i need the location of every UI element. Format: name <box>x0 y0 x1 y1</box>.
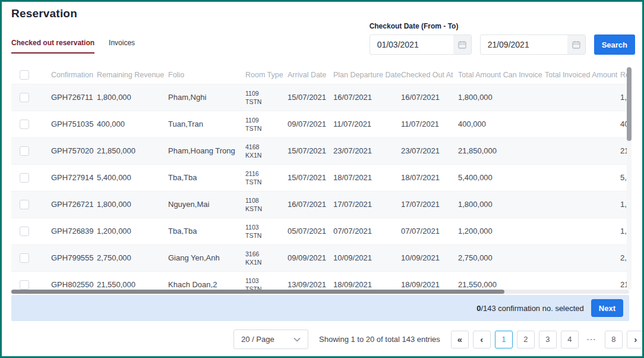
cell-total-amount-can-invoice: 1,800,000 <box>458 84 545 111</box>
cell-room-type: 1109TSTN <box>245 84 288 111</box>
pagination-footer: 20 / Page Showing 1 to 20 of total 143 e… <box>233 329 644 349</box>
cell-plan-departure-date: 18/07/2021 <box>333 164 401 191</box>
page-nav-button[interactable]: ‹ <box>473 331 491 348</box>
cell-total-amount-can-invoice: 400,000 <box>458 111 545 137</box>
table-row: GPH7268391,200,000Tba,Tba1103TSTN05/07/2… <box>11 218 627 244</box>
table-row: GPH80255021,550,000Khach Doan,21103TSTN1… <box>11 271 627 291</box>
cell-room-type: 1108KSTN <box>245 191 288 218</box>
cell-checked-out-at: 07/07/2021 <box>401 218 458 244</box>
vertical-scrollbar-thumb[interactable] <box>627 67 632 141</box>
entries-summary: Showing 1 to 20 of total 143 entries <box>319 335 440 344</box>
cell-confirmation: GPH726711 <box>51 84 97 111</box>
cell-folio: Tba,Tba <box>168 218 245 244</box>
cell-total-amount-can-invoice: 21,850,000 <box>458 137 545 164</box>
column-header: Folio <box>168 66 245 84</box>
row-checkbox[interactable] <box>20 146 29 156</box>
cell-checked-out-at: 18/09/2021 <box>401 271 458 291</box>
row-checkbox[interactable] <box>20 120 29 129</box>
cell-room-type: 1103TSTN <box>245 218 288 244</box>
calendar-icon[interactable] <box>453 35 471 54</box>
cell-checked-out-at: 16/07/2021 <box>401 84 458 111</box>
calendar-icon[interactable] <box>567 35 585 54</box>
pagination-buttons: «‹1234···8›» <box>451 331 644 348</box>
cell-remaining-revenue: 5,400,000 <box>97 164 168 191</box>
cell-confirmation: GPH726839 <box>51 218 97 244</box>
selection-count-text: 0/143 confirmation no. selected <box>476 304 584 313</box>
column-header: Total Invoiced Amount <box>545 66 620 84</box>
select-all-checkbox[interactable] <box>20 70 29 80</box>
page-button-8[interactable]: 8 <box>605 331 623 348</box>
cell-remaining-revenue: 21,850,000 <box>97 137 168 164</box>
cell-clipped-last: 2,7 <box>620 244 627 271</box>
column-header: Room Type <box>245 66 288 84</box>
page-title: Reservation <box>11 7 77 20</box>
room-number: 1109 <box>245 116 288 124</box>
page-nav-button[interactable]: › <box>627 331 644 348</box>
cell-folio: Khach Doan,2 <box>168 271 245 291</box>
cell-arrival-date: 09/09/2021 <box>288 244 333 271</box>
row-checkbox[interactable] <box>20 253 29 263</box>
row-select-cell <box>11 271 51 291</box>
cell-total-invoiced-amount <box>545 111 620 137</box>
cell-checked-out-at: 11/07/2021 <box>401 111 458 137</box>
date-to-input[interactable] <box>481 35 567 54</box>
row-select-cell <box>11 84 51 111</box>
cell-total-invoiced-amount <box>545 164 620 191</box>
vertical-scrollbar[interactable] <box>627 67 632 290</box>
page-size-select[interactable]: 20 / Page <box>233 329 308 349</box>
reservations-table-container: ConfirmationRemaining RevenueFolioRoom T… <box>11 66 627 291</box>
cell-confirmation: GPH802550 <box>51 271 97 291</box>
cell-room-type: 2116TSTN <box>245 164 288 191</box>
cell-total-invoiced-amount <box>545 84 620 111</box>
row-checkbox[interactable] <box>20 227 29 236</box>
date-from-input[interactable] <box>370 35 453 54</box>
row-select-cell <box>11 218 51 244</box>
date-from-field[interactable] <box>370 34 472 55</box>
cell-plan-departure-date: 10/09/2021 <box>333 244 401 271</box>
cell-total-amount-can-invoice: 1,800,000 <box>458 191 545 218</box>
reservation-window: Reservation Checked out reservation Invo… <box>0 0 644 358</box>
table-body: GPH7267111,800,000Pham,Nghi1109TSTN15/07… <box>11 84 627 291</box>
tab-invoices[interactable]: Invoices <box>109 39 135 54</box>
page-button-1[interactable]: 1 <box>495 331 513 348</box>
row-checkbox[interactable] <box>20 200 29 209</box>
cell-remaining-revenue: 1,200,000 <box>97 218 168 244</box>
search-button[interactable]: Search <box>594 34 635 55</box>
cell-folio: Tba,Tba <box>168 164 245 191</box>
chevron-down-icon <box>293 335 301 344</box>
row-checkbox[interactable] <box>20 173 29 183</box>
select-all-header <box>11 66 51 84</box>
horizontal-scrollbar[interactable] <box>11 290 629 294</box>
next-button[interactable]: Next <box>591 299 623 317</box>
cell-confirmation: GPH726721 <box>51 191 97 218</box>
page-nav-button[interactable]: « <box>451 331 469 348</box>
page-button-4[interactable]: 4 <box>561 331 579 348</box>
room-type-code: TSTN <box>245 231 288 240</box>
selection-suffix: /143 confirmation no. selected <box>481 304 583 313</box>
checkout-date-filter: Checkout Date (From - To) Search <box>370 22 635 55</box>
cell-clipped-last: 1,8 <box>620 84 627 111</box>
row-select-cell <box>11 164 51 191</box>
selection-bar: 0/143 confirmation no. selected Next <box>11 295 629 321</box>
cell-total-invoiced-amount <box>545 218 620 244</box>
row-checkbox[interactable] <box>20 280 29 290</box>
horizontal-scrollbar-thumb[interactable] <box>11 290 504 294</box>
tab-checked-out-reservation[interactable]: Checked out reservation <box>11 39 94 54</box>
cell-clipped-last: 5,4 <box>620 164 627 191</box>
room-type-code: KX1N <box>245 258 288 266</box>
reservations-table: ConfirmationRemaining RevenueFolioRoom T… <box>11 66 627 291</box>
cell-arrival-date: 15/07/2021 <box>288 84 333 111</box>
column-header: Confirmation <box>51 66 97 84</box>
row-checkbox[interactable] <box>20 93 29 102</box>
room-number: 1108 <box>245 196 288 205</box>
cell-plan-departure-date: 18/09/2021 <box>333 271 401 291</box>
row-select-cell <box>11 244 51 271</box>
room-number: 1109 <box>245 89 288 98</box>
page-button-2[interactable]: 2 <box>517 331 535 348</box>
cell-room-type: 1103TSTN <box>245 271 288 291</box>
table-row: GPH7995552,750,000Giang Yen,Anh3166KX1N0… <box>11 244 627 271</box>
cell-confirmation: GPH727914 <box>51 164 97 191</box>
page-button-3[interactable]: 3 <box>539 331 557 348</box>
cell-clipped-last: 21, <box>620 137 627 164</box>
date-to-field[interactable] <box>480 34 586 55</box>
